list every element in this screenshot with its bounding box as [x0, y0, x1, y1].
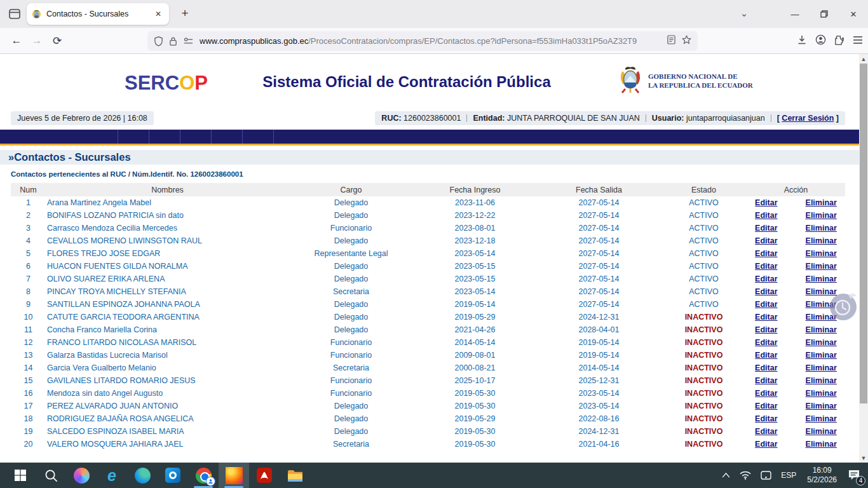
delete-link[interactable]: Eliminar	[806, 211, 837, 220]
downloads-icon[interactable]	[797, 35, 807, 48]
edit-link[interactable]: Editar	[755, 414, 777, 423]
close-window-button[interactable]: ✕	[839, 0, 868, 28]
delete-link[interactable]: Eliminar	[806, 427, 837, 436]
edit-link[interactable]: Editar	[755, 236, 777, 245]
edit-link[interactable]: Editar	[755, 351, 777, 360]
new-tab-button[interactable]: +	[177, 6, 193, 20]
delete-link[interactable]: Eliminar	[806, 325, 837, 334]
table-row: 17 PEREZ ALVARADO JUAN ANTONIO Delegado …	[11, 400, 845, 412]
outlook-button[interactable]	[158, 463, 188, 488]
nav-item[interactable]	[180, 130, 211, 144]
delete-link[interactable]: Eliminar	[806, 274, 837, 283]
cast-icon[interactable]	[758, 463, 774, 488]
reload-button[interactable]: ⟳	[47, 31, 67, 50]
internet-explorer-button[interactable]: e	[97, 463, 127, 488]
row-fecha-ingreso: 2019-05-30	[413, 387, 537, 400]
edit-link[interactable]: Editar	[755, 274, 777, 283]
url-bar[interactable]: www.compraspublicas.gob.ec/ProcesoContra…	[147, 31, 698, 51]
edit-link[interactable]: Editar	[755, 440, 777, 449]
minimize-button[interactable]: —	[780, 0, 810, 28]
edit-link[interactable]: Editar	[755, 287, 777, 296]
delete-link[interactable]: Eliminar	[806, 389, 837, 398]
copilot-button[interactable]	[66, 463, 97, 488]
tab-list-chevron-icon[interactable]: ⌄	[736, 8, 752, 19]
row-fecha-salida: 2014-05-14	[537, 362, 661, 374]
chrome-button[interactable]	[188, 463, 219, 488]
menu-hamburger-icon[interactable]	[853, 36, 863, 47]
edit-link[interactable]: Editar	[755, 376, 777, 385]
row-cargo: Delegado	[289, 234, 413, 247]
edge-button[interactable]	[127, 463, 158, 488]
edit-link[interactable]: Editar	[755, 249, 777, 258]
language-indicator[interactable]: ESP	[778, 463, 799, 488]
edit-link[interactable]: Editar	[755, 198, 777, 207]
edit-link[interactable]: Editar	[755, 402, 777, 410]
tray-chevron-up-icon[interactable]	[719, 463, 733, 488]
delete-link[interactable]: Eliminar	[806, 224, 837, 233]
edit-link[interactable]: Editar	[755, 262, 777, 271]
tab-contactos[interactable]: Contactos - Sucursales ✕	[27, 3, 169, 25]
tracking-shield-icon[interactable]	[154, 36, 163, 46]
edit-link[interactable]: Editar	[755, 427, 777, 436]
row-fecha-ingreso: 2023-05-15	[413, 260, 537, 273]
extensions-icon[interactable]	[834, 35, 844, 48]
scroll-down-arrow[interactable]: ▼	[859, 453, 868, 463]
forward-button[interactable]: →	[27, 31, 47, 50]
delete-link[interactable]: Eliminar	[806, 338, 837, 347]
edit-link[interactable]: Editar	[755, 211, 777, 220]
edit-link[interactable]: Editar	[755, 300, 777, 309]
row-estado: INACTIVO	[661, 438, 747, 451]
delete-link[interactable]: Eliminar	[806, 414, 837, 423]
edit-link[interactable]: Editar	[755, 224, 777, 233]
taskbar-clock[interactable]: 16:095/2/2026	[803, 463, 841, 488]
edit-link[interactable]: Editar	[755, 313, 777, 322]
account-icon[interactable]	[815, 34, 826, 48]
nav-item[interactable]	[118, 130, 149, 144]
https-lock-icon[interactable]	[169, 36, 177, 46]
edit-link[interactable]: Editar	[755, 389, 777, 398]
page-scrollbar[interactable]: ▲ ▼	[859, 54, 868, 463]
clock-overlay-widget[interactable]	[828, 291, 858, 322]
row-fecha-salida: 2024-12-31	[537, 425, 661, 438]
row-estado: ACTIVO	[661, 196, 747, 209]
delete-link[interactable]: Eliminar	[806, 249, 837, 258]
firefox-button[interactable]	[219, 463, 249, 488]
row-estado: INACTIVO	[661, 387, 747, 400]
delete-link[interactable]: Eliminar	[806, 262, 837, 271]
start-button[interactable]	[5, 463, 36, 488]
delete-link[interactable]: Eliminar	[806, 363, 837, 372]
back-button[interactable]: ←	[6, 31, 27, 50]
url-text[interactable]: www.compraspublicas.gob.ec/ProcesoContra…	[200, 36, 663, 46]
delete-link[interactable]: Eliminar	[806, 440, 837, 449]
delete-link[interactable]: Eliminar	[806, 351, 837, 360]
scroll-up-arrow[interactable]: ▲	[859, 54, 868, 64]
nav-item[interactable]	[242, 130, 274, 144]
restore-button[interactable]	[810, 0, 839, 28]
ruc-label: RUC:	[381, 114, 401, 123]
tab-close-icon[interactable]: ✕	[153, 8, 164, 20]
scrollbar-thumb[interactable]	[860, 64, 867, 403]
notification-center-button[interactable]: 4	[845, 463, 864, 488]
delete-link[interactable]: Eliminar	[806, 402, 837, 410]
nav-item[interactable]	[211, 130, 242, 144]
file-explorer-button[interactable]	[280, 463, 310, 488]
entity-label: Entidad:	[473, 114, 505, 123]
edit-link[interactable]: Editar	[755, 338, 777, 347]
edit-link[interactable]: Editar	[755, 363, 777, 372]
delete-link[interactable]: Eliminar	[806, 236, 837, 245]
reader-view-icon[interactable]	[667, 35, 675, 47]
nav-item[interactable]	[149, 130, 180, 144]
edit-link[interactable]: Editar	[755, 325, 777, 334]
logout-link[interactable]: Cerrar Sesión	[782, 114, 834, 123]
notification-count-badge: 4	[856, 476, 865, 485]
bookmark-star-icon[interactable]	[682, 35, 691, 47]
firefox-view-icon[interactable]	[6, 6, 23, 22]
row-estado: ACTIVO	[661, 209, 747, 222]
wifi-icon[interactable]	[737, 463, 754, 488]
row-num: 9	[11, 298, 46, 311]
permissions-icon[interactable]	[183, 37, 194, 46]
delete-link[interactable]: Eliminar	[806, 376, 837, 385]
delete-link[interactable]: Eliminar	[806, 198, 837, 207]
search-button[interactable]	[36, 463, 66, 488]
acrobat-button[interactable]	[249, 463, 280, 488]
